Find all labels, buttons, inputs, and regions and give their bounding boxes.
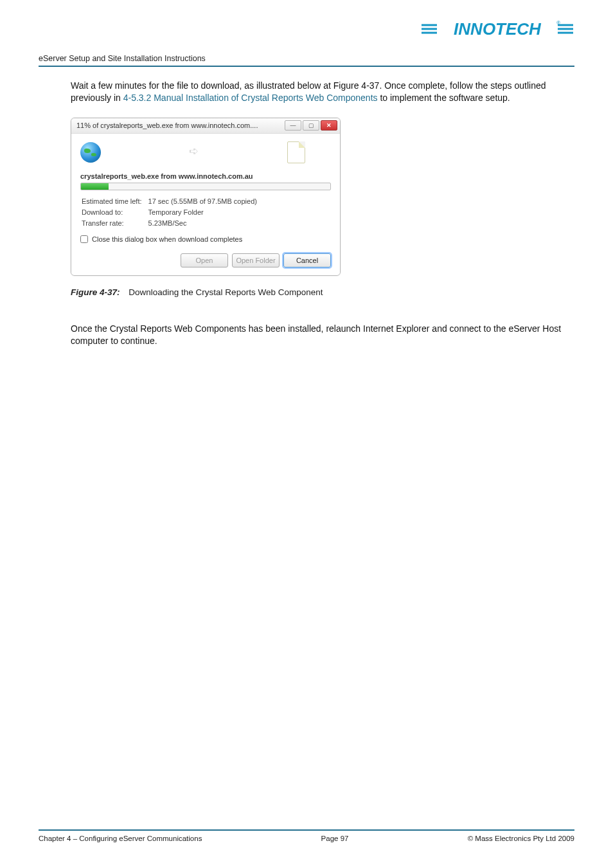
maximize-button[interactable]: ▢ [303,120,319,131]
dialog-title-text: 11% of crystalreports_web.exe from www.i… [76,122,285,129]
download-file-line: crystalreports_web.exe from www.innotech… [80,172,331,180]
paragraph-after: Once the Crystal Reports Web Components … [71,323,574,348]
table-row: Transfer rate: 5.23MB/Sec [82,219,257,228]
est-time-value: 17 sec (5.55MB of 97.5MB copied) [148,197,257,206]
cancel-button[interactable]: Cancel [283,253,331,267]
dialog-titlebar: 11% of crystalreports_web.exe from www.i… [71,118,340,134]
brand-logo: INNOTECH ® [39,18,574,42]
svg-text:®: ® [556,20,560,26]
footer-chapter: Chapter 4 – Configuring eServer Communic… [39,835,202,842]
open-folder-button[interactable]: Open Folder [232,253,280,267]
close-button[interactable]: ✕ [321,120,337,131]
table-row: Download to: Temporary Folder [82,208,257,217]
transfer-rate-label: Transfer rate: [82,219,147,228]
download-details-table: Estimated time left: 17 sec (5.55MB of 9… [80,195,258,230]
page-footer: Chapter 4 – Configuring eServer Communic… [39,829,574,842]
minimize-button[interactable]: — [285,120,301,131]
progress-bar [80,183,331,190]
download-to-label: Download to: [82,208,147,217]
link-manual-install[interactable]: 4-5.3.2 Manual Installation of Crystal R… [123,93,378,103]
figure-label: Figure 4-37: [71,287,120,297]
close-when-done-label: Close this dialog box when download comp… [92,235,242,243]
footer-page-number: Page 97 [321,835,349,842]
paragraph-intro: Wait a few minutes for the file to downl… [71,80,574,105]
table-row: Estimated time left: 17 sec (5.55MB of 9… [82,197,257,206]
figure-caption-text: Downloading the Crystal Reports Web Comp… [129,287,323,297]
globe-icon [80,142,101,163]
download-to-value: Temporary Folder [148,208,257,217]
est-time-label: Estimated time left: [82,197,147,206]
open-button[interactable]: Open [181,253,228,267]
figure-download-dialog: 11% of crystalreports_web.exe from www.i… [71,118,574,276]
download-dialog-window: 11% of crystalreports_web.exe from www.i… [71,118,341,276]
para-text-tail: to implement the software setup. [378,93,510,103]
footer-copyright: © Mass Electronics Pty Ltd 2009 [468,835,574,842]
figure-caption: Figure 4-37: Downloading the Crystal Rep… [71,287,574,297]
close-when-done-option[interactable]: Close this dialog box when download comp… [80,235,331,243]
close-when-done-checkbox[interactable] [80,235,88,243]
document-title: eServer Setup and Site Installation Inst… [39,54,574,67]
progress-fill [81,183,109,190]
transfer-arrow-icon [101,147,287,158]
logo-text: INNOTECH [454,19,542,39]
file-icon [287,141,305,163]
transfer-rate-value: 5.23MB/Sec [148,219,257,228]
